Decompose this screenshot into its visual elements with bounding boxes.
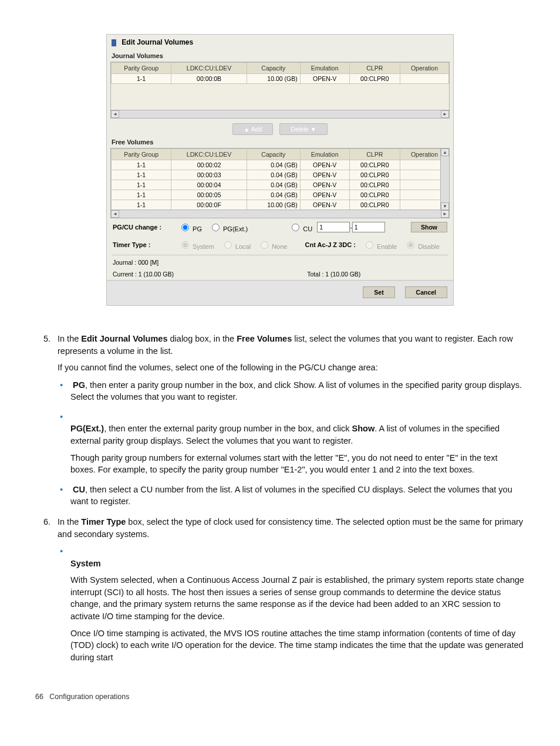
free-hscrollbar[interactable]: ◄ ► xyxy=(111,210,449,218)
dialog-title: Edit Journal Volumes xyxy=(107,35,453,50)
free-volumes-label: Free Volumes xyxy=(107,136,453,148)
table-row[interactable]: 1-100:00:0B10.00 (GB)OPEN-V00:CLPR0 xyxy=(112,74,449,84)
cnt-enable-radio[interactable]: Enable xyxy=(363,239,397,250)
pgcu-label: PG/CU change : xyxy=(113,224,171,231)
journal-volumes-label: Journal Volumes xyxy=(107,50,453,62)
table-row[interactable]: 1-100:00:040.04 (GB)OPEN-V00:CLPR0 xyxy=(112,180,449,190)
pgext-radio[interactable]: PG(Ext.) xyxy=(209,222,248,232)
scroll-down-icon[interactable]: ▼ xyxy=(441,202,449,210)
timer-type-row: Timer Type : System Local None Cnt Ac-J … xyxy=(107,236,453,254)
title-marker-icon xyxy=(112,39,116,46)
column-header[interactable]: Emulation xyxy=(300,63,349,74)
free-volumes-table: Parity GroupLDKC:CU:LDEVCapacityEmulatio… xyxy=(110,148,450,218)
table-row[interactable]: 1-100:00:030.04 (GB)OPEN-V00:CLPR0 xyxy=(112,170,449,180)
step-6: In the Timer Type box, select the type o… xyxy=(53,516,525,663)
journal-volumes-table: Parity GroupLDKC:CU:LDEVCapacityEmulatio… xyxy=(110,62,450,119)
pgcu-change-row: PG/CU change : PG PG(Ext.) CU - Show xyxy=(107,218,453,236)
journal-hscrollbar[interactable]: ◄ ► xyxy=(111,110,449,118)
edit-journal-volumes-dialog: Edit Journal Volumes Journal Volumes Par… xyxy=(106,34,454,306)
cnt-ac-label: Cnt Ac-J Z 3DC : xyxy=(305,241,355,248)
column-header[interactable]: Parity Group xyxy=(112,63,171,74)
journal-info: Journal : 000 [M] xyxy=(107,256,453,268)
cnt-disable-radio[interactable]: Disable xyxy=(404,239,440,250)
scroll-left-icon[interactable]: ◄ xyxy=(111,210,119,218)
column-header[interactable]: LDKC:CU:LDEV xyxy=(171,149,247,160)
timer-type-label: Timer Type : xyxy=(113,241,171,248)
table-row[interactable]: 1-100:00:050.04 (GB)OPEN-V00:CLPR0 xyxy=(112,190,449,200)
column-header[interactable]: Capacity xyxy=(247,149,300,160)
step-5: In the Edit Journal Volumes dialog box, … xyxy=(53,333,525,508)
scroll-right-icon[interactable]: ► xyxy=(441,210,449,218)
show-button[interactable]: Show xyxy=(411,222,447,232)
column-header[interactable]: Operation xyxy=(400,63,449,74)
table-row[interactable]: 1-100:00:020.04 (GB)OPEN-V00:CLPR0 xyxy=(112,160,449,170)
timer-local-radio[interactable]: Local xyxy=(221,239,251,250)
bullet-cu: CU, then select a CU number from the lis… xyxy=(70,483,525,508)
bullet-pgext: PG(Ext.), then enter the external parity… xyxy=(70,410,525,476)
scroll-right-icon[interactable]: ► xyxy=(441,110,449,118)
set-button[interactable]: Set xyxy=(363,286,394,298)
cancel-button[interactable]: Cancel xyxy=(405,286,447,298)
column-header[interactable]: CLPR xyxy=(349,63,400,74)
chevron-up-icon: ▲ xyxy=(244,126,249,133)
delete-button[interactable]: Delete ▼ xyxy=(279,123,328,135)
column-header[interactable]: LDKC:CU:LDEV xyxy=(171,63,247,74)
column-header[interactable]: Emulation xyxy=(300,149,349,160)
pg-input-1[interactable] xyxy=(317,222,350,232)
scroll-left-icon[interactable]: ◄ xyxy=(111,110,119,118)
pg-radio[interactable]: PG xyxy=(178,222,202,232)
chevron-down-icon: ▼ xyxy=(311,126,316,133)
column-header[interactable]: Parity Group xyxy=(112,149,171,160)
free-vscrollbar[interactable]: ▲ ▼ xyxy=(440,148,449,210)
cu-radio[interactable]: CU xyxy=(289,222,312,232)
column-header[interactable]: Capacity xyxy=(247,63,300,74)
pg-input-2[interactable] xyxy=(352,222,385,232)
document-body: In the Edit Journal Volumes dialog box, … xyxy=(35,323,525,663)
current-info: Current : 1 (10.00 GB) xyxy=(113,271,174,278)
column-header[interactable]: CLPR xyxy=(349,149,400,160)
total-info: Total : 1 (10.00 GB) xyxy=(246,271,422,278)
timer-none-radio[interactable]: None xyxy=(258,239,287,250)
page-footer: 66 Configuration operations xyxy=(35,693,525,701)
bullet-system: System With System selected, when a Cont… xyxy=(70,545,525,663)
table-row[interactable]: 1-100:00:0F10.00 (GB)OPEN-V00:CLPR0 xyxy=(112,200,449,210)
scroll-up-icon[interactable]: ▲ xyxy=(441,148,449,156)
timer-system-radio[interactable]: System xyxy=(178,239,214,250)
bullet-pg: PG, then enter a parity group number in … xyxy=(70,379,525,403)
add-button[interactable]: ▲ Add xyxy=(232,123,273,135)
